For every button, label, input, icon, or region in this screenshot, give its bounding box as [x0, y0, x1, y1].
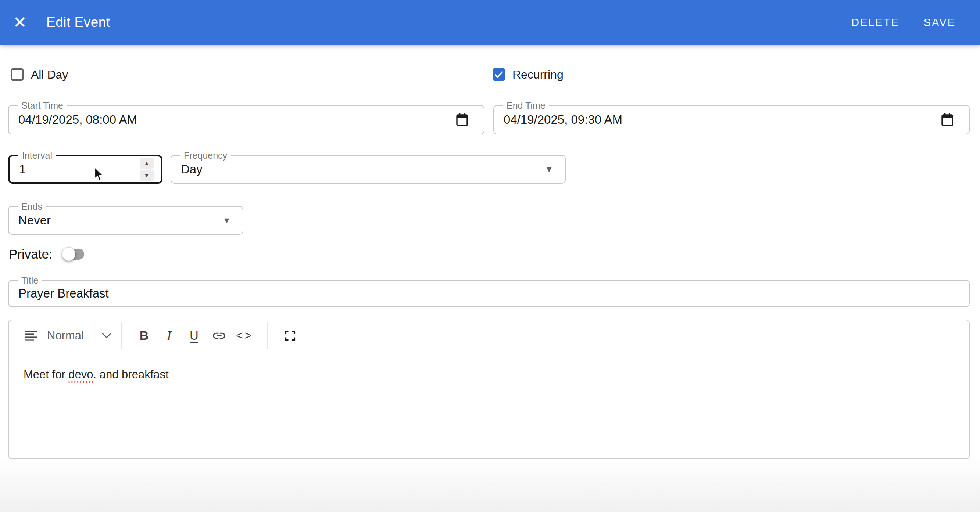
paragraph-style-picker[interactable]: Normal	[24, 329, 112, 342]
number-spinner: ▲ ▼	[140, 158, 154, 181]
ends-value: Never	[9, 213, 51, 227]
all-day-label: All Day	[31, 68, 68, 82]
calendar-icon[interactable]	[941, 113, 953, 127]
frequency-select[interactable]: Frequency Day ▼	[170, 155, 566, 184]
editor-content[interactable]: Meet for devo. and breakfast	[9, 352, 969, 458]
all-day-checkbox[interactable]	[11, 68, 24, 81]
dropdown-arrow-icon: ▼	[223, 216, 231, 225]
end-time-label: End Time	[503, 100, 549, 111]
ends-select[interactable]: Ends Never ▼	[8, 206, 243, 235]
private-label: Private:	[9, 247, 52, 262]
bold-button[interactable]: B	[136, 325, 152, 347]
code-button[interactable]: <>	[236, 325, 253, 347]
title-label: Title	[18, 275, 42, 286]
private-toggle[interactable]	[63, 247, 84, 261]
edit-event-form: All Day Recurring Start Time 04/19/2025,…	[0, 68, 980, 459]
recurring-group: Recurring	[493, 68, 563, 82]
dropdown-arrow-icon: ▼	[545, 165, 553, 174]
spinner-down-button[interactable]: ▼	[140, 170, 154, 181]
interval-value: 1	[10, 162, 26, 176]
ends-label: Ends	[18, 201, 46, 212]
interval-input[interactable]: Interval 1 ▲ ▼	[8, 155, 162, 184]
start-time-value: 04/19/2025, 08:00 AM	[9, 113, 137, 127]
misspelled-word: devo	[68, 368, 93, 381]
toggle-thumb	[62, 247, 75, 261]
rich-text-editor: Normal B I U <> Meet for	[8, 320, 970, 459]
end-time-input[interactable]: End Time 04/19/2025, 09:30 AM	[493, 105, 970, 135]
interval-label: Interval	[18, 150, 56, 161]
title-input[interactable]: Title Prayer Breakfast	[8, 280, 970, 307]
toolbar-divider	[267, 322, 268, 349]
editor-toolbar: Normal B I U <>	[9, 320, 969, 352]
end-time-value: 04/19/2025, 09:30 AM	[494, 113, 622, 127]
all-day-group: All Day	[11, 68, 493, 82]
link-icon	[212, 328, 226, 343]
delete-button[interactable]: DELETE	[848, 11, 903, 34]
link-button[interactable]	[211, 325, 227, 347]
text-segment: Meet for	[24, 368, 68, 381]
fullscreen-button[interactable]	[282, 325, 298, 347]
frequency-label: Frequency	[180, 150, 231, 161]
ends-row: Ends Never ▼	[0, 206, 980, 235]
toolbar-divider	[121, 322, 122, 349]
recurrence-row: Interval 1 ▲ ▼ Frequency Day ▼	[0, 155, 980, 184]
title-row: Title Prayer Breakfast	[0, 280, 980, 307]
recurring-checkbox[interactable]	[493, 68, 505, 81]
close-icon: ✕	[13, 14, 27, 30]
appbar: ✕ Edit Event DELETE SAVE	[0, 0, 980, 45]
editor-paragraph: Meet for devo. and breakfast	[24, 367, 954, 382]
private-row: Private:	[0, 245, 980, 263]
frequency-value: Day	[171, 162, 202, 176]
paragraph-style-value: Normal	[47, 329, 84, 342]
save-button[interactable]: SAVE	[920, 11, 959, 34]
close-button[interactable]: ✕	[10, 12, 30, 33]
underline-button[interactable]: U	[186, 325, 202, 347]
paragraph-lines-icon	[24, 330, 38, 342]
calendar-icon[interactable]	[456, 113, 468, 127]
italic-button[interactable]: I	[161, 325, 177, 347]
spinner-up-button[interactable]: ▲	[140, 158, 154, 169]
bottom-shade	[0, 457, 980, 512]
title-value: Prayer Breakfast	[9, 287, 109, 300]
start-time-label: Start Time	[18, 100, 67, 111]
chevron-down-icon	[102, 332, 112, 339]
recurring-label: Recurring	[512, 68, 563, 82]
text-segment: . and breakfast	[93, 368, 169, 381]
checkbox-row: All Day Recurring	[0, 68, 980, 81]
page-title: Edit Event	[46, 15, 110, 30]
start-time-input[interactable]: Start Time 04/19/2025, 08:00 AM	[8, 105, 485, 135]
checkmark-icon	[494, 70, 504, 79]
fullscreen-icon	[283, 329, 297, 342]
datetime-row: Start Time 04/19/2025, 08:00 AM End Time…	[0, 105, 980, 135]
